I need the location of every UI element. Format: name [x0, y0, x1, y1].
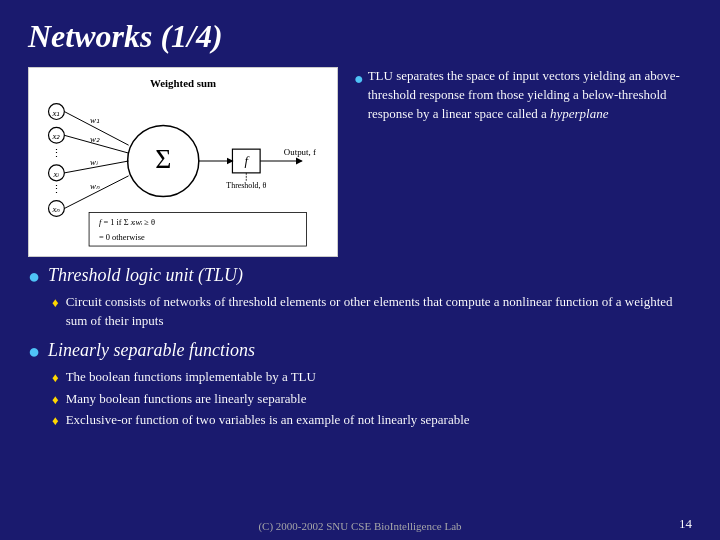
- slide-title: Networks (1/4): [28, 18, 692, 55]
- svg-text:x₂: x₂: [51, 131, 60, 141]
- tlu-bullet-dot: ●: [354, 67, 364, 90]
- tlu-diamond-0: ♦: [52, 295, 59, 312]
- svg-text:⋮: ⋮: [51, 183, 62, 195]
- ls-diamond-2: ♦: [52, 413, 59, 430]
- tlu-bullet-line: ● TLU separates the space of input vecto…: [354, 67, 692, 124]
- ls-sub-bullet-1: ♦ Many boolean functions are linearly se…: [52, 390, 692, 409]
- ls-main-bullet: ● Linearly separable functions: [28, 340, 692, 364]
- svg-text:Threshold, θ: Threshold, θ: [226, 181, 266, 190]
- ls-sub-text-1: Many boolean functions are linearly sepa…: [66, 390, 307, 409]
- ls-diamond-1: ♦: [52, 392, 59, 409]
- svg-text:Σ: Σ: [155, 143, 171, 174]
- tlu-sub-text-0: Circuit consists of networks of threshol…: [66, 293, 692, 331]
- svg-text:Weighted sum: Weighted sum: [150, 77, 216, 89]
- page-number: 14: [679, 516, 692, 532]
- ls-sub-text-0: The boolean functions implementable by a…: [66, 368, 316, 387]
- svg-text:= 0  otherwise: = 0 otherwise: [99, 233, 145, 242]
- svg-text:f = 1  if  Σ xᵢwᵢ ≥ θ: f = 1 if Σ xᵢwᵢ ≥ θ: [99, 218, 155, 227]
- svg-text:wᵢ: wᵢ: [90, 157, 98, 167]
- tlu-main-text: Threshold logic unit (TLU): [48, 265, 243, 286]
- ls-main-bullet-dot: ●: [28, 338, 40, 364]
- tlu-section: ● Threshold logic unit (TLU) ♦ Circuit c…: [28, 265, 692, 334]
- svg-text:f: f: [244, 154, 250, 168]
- svg-text:wₙ: wₙ: [90, 181, 100, 191]
- hyperplane-text: hyperplane: [550, 106, 608, 121]
- neural-network-diagram: Weighted sum x₁ x₂ ⋮ xᵢ ⋮ xₙ Σ: [28, 67, 338, 257]
- ls-main-text: Linearly separable functions: [48, 340, 255, 361]
- svg-text:x₁: x₁: [51, 108, 60, 118]
- svg-text:xₙ: xₙ: [51, 204, 60, 214]
- ls-sub-bullet-0: ♦ The boolean functions implementable by…: [52, 368, 692, 387]
- svg-text:w₂: w₂: [90, 134, 100, 144]
- svg-text:w₁: w₁: [90, 115, 100, 125]
- top-section: Weighted sum x₁ x₂ ⋮ xᵢ ⋮ xₙ Σ: [28, 67, 692, 257]
- svg-text:⋮: ⋮: [51, 147, 62, 159]
- tlu-main-bullet: ● Threshold logic unit (TLU): [28, 265, 692, 289]
- diagram-svg: Weighted sum x₁ x₂ ⋮ xᵢ ⋮ xₙ Σ: [33, 74, 333, 250]
- svg-text:xᵢ: xᵢ: [52, 169, 59, 179]
- tlu-description: ● TLU separates the space of input vecto…: [348, 67, 692, 124]
- tlu-description-text: TLU separates the space of input vectors…: [368, 67, 692, 124]
- svg-text:Output, f: Output, f: [284, 147, 316, 157]
- ls-sub-text-2: Exclusive-or function of two variables i…: [66, 411, 470, 430]
- footer: (C) 2000-2002 SNU CSE BioIntelligence La…: [0, 520, 720, 532]
- tlu-sub-bullet-0: ♦ Circuit consists of networks of thresh…: [52, 293, 692, 331]
- tlu-main-bullet-dot: ●: [28, 263, 40, 289]
- ls-sub-bullet-2: ♦ Exclusive-or function of two variables…: [52, 411, 692, 430]
- footer-text: (C) 2000-2002 SNU CSE BioIntelligence La…: [258, 520, 461, 532]
- ls-diamond-0: ♦: [52, 370, 59, 387]
- linearly-separable-section: ● Linearly separable functions ♦ The boo…: [28, 340, 692, 434]
- slide: Networks (1/4) Weighted sum x₁ x₂ ⋮ xᵢ ⋮…: [0, 0, 720, 540]
